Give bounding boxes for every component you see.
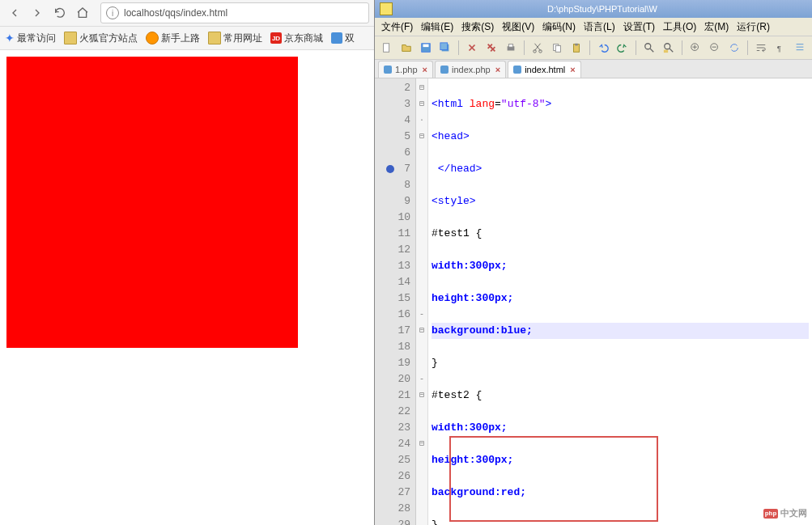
print-icon[interactable] bbox=[502, 39, 520, 57]
title-path: D:\phpStudy\PHPTutorial\W bbox=[397, 4, 807, 14]
svg-rect-12 bbox=[575, 44, 578, 46]
editor-titlebar: D:\phpStudy\PHPTutorial\W bbox=[375, 0, 812, 18]
separator bbox=[682, 40, 682, 55]
folder-icon bbox=[208, 32, 221, 44]
svg-rect-6 bbox=[508, 44, 512, 48]
close-all-icon[interactable] bbox=[483, 39, 500, 57]
svg-rect-4 bbox=[440, 43, 448, 50]
menu-file[interactable]: 文件(F) bbox=[378, 19, 416, 36]
sync-icon[interactable] bbox=[725, 39, 743, 57]
test-div[interactable] bbox=[6, 57, 298, 348]
bookmark-firefox-site[interactable]: 火狐官方站点 bbox=[64, 32, 138, 45]
editor-pane: D:\phpStudy\PHPTutorial\W 文件(F) 编辑(E) 搜索… bbox=[375, 0, 812, 525]
app-icon bbox=[380, 2, 393, 15]
menu-settings[interactable]: 设置(T) bbox=[620, 19, 658, 36]
svg-point-13 bbox=[645, 44, 651, 49]
folder-icon bbox=[64, 32, 77, 44]
menu-edit[interactable]: 编辑(E) bbox=[418, 19, 457, 36]
separator bbox=[636, 40, 636, 55]
cut-icon[interactable] bbox=[529, 39, 546, 57]
replace-icon[interactable] bbox=[660, 39, 678, 57]
menu-language[interactable]: 语言(L) bbox=[580, 19, 619, 36]
menu-encoding[interactable]: 编码(N) bbox=[539, 19, 579, 36]
close-icon[interactable] bbox=[463, 39, 481, 57]
redo-icon[interactable] bbox=[614, 39, 631, 57]
paste-icon[interactable] bbox=[568, 39, 585, 57]
copy-icon[interactable] bbox=[548, 39, 566, 57]
watermark: php中文网 bbox=[763, 506, 807, 522]
editor-tabbar: 1.php× index.php× index.html× bbox=[375, 60, 812, 78]
file-icon bbox=[384, 66, 392, 74]
tab-1php[interactable]: 1.php× bbox=[378, 61, 433, 78]
forward-button[interactable] bbox=[28, 3, 47, 23]
file-icon bbox=[440, 66, 449, 74]
reload-button[interactable] bbox=[50, 3, 70, 23]
save-all-icon[interactable] bbox=[436, 39, 454, 57]
word-wrap-icon[interactable] bbox=[752, 39, 770, 57]
editor-menubar: 文件(F) 编辑(E) 搜索(S) 视图(V) 编码(N) 语言(L) 设置(T… bbox=[375, 18, 812, 36]
jd-icon: JD bbox=[270, 32, 282, 44]
bookmark-jd[interactable]: JD京东商城 bbox=[270, 32, 323, 45]
zoom-out-icon[interactable] bbox=[706, 39, 724, 57]
separator bbox=[458, 40, 459, 55]
file-icon bbox=[513, 66, 521, 74]
menu-search[interactable]: 搜索(S) bbox=[458, 19, 497, 36]
url-text: localhost/qqs/index.html bbox=[124, 7, 227, 19]
separator bbox=[589, 40, 590, 55]
code-area[interactable]: <html lang="utf-8"> <head> </head> <styl… bbox=[428, 78, 812, 525]
editor-toolbar: ¶ bbox=[375, 36, 812, 60]
separator bbox=[524, 40, 525, 55]
firefox-icon bbox=[146, 32, 159, 44]
highlight-frame bbox=[449, 436, 658, 522]
separator bbox=[747, 40, 748, 55]
zoom-in-icon[interactable] bbox=[687, 39, 704, 57]
save-icon[interactable] bbox=[417, 39, 435, 57]
line-gutter: 2345678910111213141516171819202122232425… bbox=[375, 78, 416, 525]
indent-guide-icon[interactable] bbox=[791, 39, 809, 57]
menu-tools[interactable]: 工具(O) bbox=[660, 19, 699, 36]
tab-indexhtml[interactable]: index.html× bbox=[508, 61, 581, 78]
browser-navbar: i localhost/qqs/index.html bbox=[0, 0, 374, 27]
logo-icon: php bbox=[763, 509, 778, 519]
new-file-icon[interactable] bbox=[378, 39, 396, 57]
bookmark-double[interactable]: 双 bbox=[331, 32, 355, 45]
svg-rect-0 bbox=[384, 44, 389, 53]
close-tab-icon[interactable]: × bbox=[423, 65, 427, 74]
svg-rect-15 bbox=[664, 50, 668, 53]
close-tab-icon[interactable]: × bbox=[570, 65, 575, 74]
svg-text:¶: ¶ bbox=[777, 44, 781, 53]
undo-icon[interactable] bbox=[594, 39, 612, 57]
menu-run[interactable]: 运行(R) bbox=[733, 19, 773, 36]
back-button[interactable] bbox=[5, 3, 24, 23]
info-icon: i bbox=[106, 6, 119, 19]
fold-gutter[interactable]: ⊟⊟·⊟-⊟-⊟⊟ bbox=[416, 78, 428, 525]
show-all-chars-icon[interactable]: ¶ bbox=[772, 39, 789, 57]
star-icon: ✦ bbox=[5, 32, 15, 44]
svg-rect-10 bbox=[555, 45, 560, 52]
bookmark-most-visited[interactable]: ✦最常访问 bbox=[5, 32, 56, 45]
home-button[interactable] bbox=[73, 3, 92, 23]
menu-view[interactable]: 视图(V) bbox=[499, 19, 538, 36]
find-icon[interactable] bbox=[640, 39, 658, 57]
bookmark-common[interactable]: 常用网址 bbox=[208, 32, 262, 45]
browser-viewport bbox=[0, 50, 374, 525]
svg-rect-2 bbox=[423, 44, 429, 48]
bookmarks-bar: ✦最常访问 火狐官方站点 新手上路 常用网址 JD京东商城 双 bbox=[0, 27, 374, 50]
bookmark-newbie[interactable]: 新手上路 bbox=[146, 32, 200, 45]
close-tab-icon[interactable]: × bbox=[495, 65, 500, 74]
open-file-icon[interactable] bbox=[397, 39, 415, 57]
svg-point-14 bbox=[665, 44, 670, 49]
url-bar[interactable]: i localhost/qqs/index.html bbox=[100, 2, 369, 23]
menu-macro[interactable]: 宏(M) bbox=[701, 19, 732, 36]
leaf-icon bbox=[331, 32, 342, 44]
tab-indexphp[interactable]: index.php× bbox=[435, 61, 506, 78]
browser-pane: i localhost/qqs/index.html ✦最常访问 火狐官方站点 … bbox=[0, 0, 375, 525]
code-editor[interactable]: 2345678910111213141516171819202122232425… bbox=[375, 78, 812, 525]
